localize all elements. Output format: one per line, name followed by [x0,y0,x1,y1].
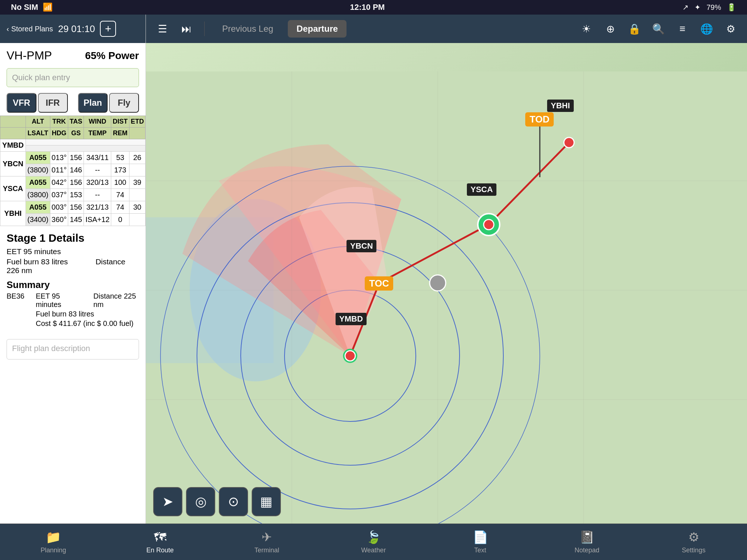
col-lsalt: LSALT [26,128,50,139]
col-tas: TAS [68,116,84,128]
col-temp: TEMP [84,128,111,139]
speed-button[interactable]: ⊙ [219,487,248,516]
waypoint-ymbd[interactable]: YMBD [0,139,26,152]
svg-point-17 [430,275,446,291]
toc-marker: TOC [365,276,393,291]
summary-fuel: Fuel burn 83 litres [7,310,139,318]
help-icon[interactable]: ⊕ [601,20,619,38]
map-toolbar: ☰ ⏭ Previous Leg Departure ☀ ⊕ 🔒 🔍 ≡ 🌐 ⚙ [146,15,747,43]
waypoint-ysca[interactable]: YSCA [0,176,26,201]
nav-time: 29 01:10 [58,23,95,35]
map-area[interactable]: ☰ ⏭ Previous Leg Departure ☀ ⊕ 🔒 🔍 ≡ 🌐 ⚙ [146,15,747,524]
table-row: YBHI A055 003° 156 321/13 74 30 [0,201,146,214]
wifi-icon: 📶 [43,3,53,12]
settings-tab-icon: ⚙ [688,530,699,544]
left-panel: ‹ Stored Plans 29 01:10 + VH-PMP 65% Pow… [0,15,146,524]
back-button[interactable]: ‹ Stored Plans [7,25,53,33]
weather-tab[interactable]: 🍃 Weather [320,524,427,560]
previous-leg-button[interactable]: Previous Leg [213,21,282,37]
aircraft-info: VH-PMP 65% Power [0,43,146,65]
settings-tab[interactable]: ⚙ Settings [640,524,747,560]
enroute-tab-label: En Route [146,547,174,554]
quick-entry-field[interactable]: Quick plan entry [7,68,139,87]
col-wpt2 [0,128,26,139]
terminal-tab-icon: ✈ [262,530,272,544]
summary-be36: BE36 EET 95 minutes Distance 225 nm [7,292,139,309]
col-wpt [0,116,26,128]
fpl-description-field[interactable]: Flight plan description [7,339,139,359]
summary-cost: Cost $ 411.67 (inc $ 0.00 fuel) [7,319,139,328]
col-empty [129,128,145,139]
status-time: 12:10 PM [350,3,385,12]
weather-tab-label: Weather [361,547,386,554]
text-tab[interactable]: 📄 Text [427,524,534,560]
battery-label: 79% [707,3,721,12]
globe-icon[interactable]: 🌐 [697,20,716,38]
map-svg [146,71,747,524]
flight-table: ALT TRK TAS WIND DIST ETD LSALT HDG GS T… [0,116,146,226]
add-button[interactable]: + [100,21,116,37]
terminal-tab[interactable]: ✈ Terminal [213,524,320,560]
ybcn-marker: YBCN [347,240,376,252]
status-bar: No SIM 📶 12:10 PM ↗ ✦ 79% 🔋 [0,0,747,15]
svg-rect-0 [146,71,747,524]
svg-point-19 [345,351,355,361]
table-row: YSCA A055 042° 156 320/13 100 39 [0,176,146,189]
svg-point-4 [241,246,460,465]
settings-tab-label: Settings [682,547,705,554]
fly-button[interactable]: Fly [109,93,139,113]
stored-plans-label[interactable]: Stored Plans [11,25,53,33]
text-tab-label: Text [474,547,486,554]
vfr-button[interactable]: VFR [7,93,36,113]
menu-icon[interactable]: ☰ [153,20,171,38]
waypoint-ybhi[interactable]: YBHI [0,201,26,226]
brightness-icon[interactable]: ☀ [577,20,595,38]
weather-tab-icon: 🍃 [366,530,381,544]
chart-button[interactable]: ▦ [252,487,281,516]
left-nav: ‹ Stored Plans 29 01:10 + [0,15,146,43]
plan-button[interactable]: Plan [78,93,108,113]
ymbd-marker: YMBD [336,313,367,325]
stage-eet: EET 95 minutes [7,247,139,256]
svg-rect-2 [146,217,274,363]
toolbar-separator [204,22,205,36]
col-rem: REM [111,128,129,139]
col-gs: GS [68,128,84,139]
svg-point-1 [190,199,321,381]
terminal-tab-label: Terminal [254,547,279,554]
compass-button[interactable]: ◎ [186,487,215,516]
planning-tab-label: Planning [40,547,66,554]
status-right: ↗ ✦ 79% 🔋 [682,3,736,12]
map-background[interactable]: YMBD YBCN YSCA YBHI TOD TOC ➤ ◎ ⊙ ▦ [146,43,747,524]
tod-marker: TOD [525,112,554,127]
back-chevron: ‹ [7,25,9,33]
battery-icon: 🔋 [727,3,736,12]
search-icon[interactable]: 🔍 [649,20,667,38]
departure-button[interactable]: Departure [288,20,347,38]
notepad-tab[interactable]: 📓 Notepad [534,524,640,560]
ysca-marker: YSCA [467,183,496,196]
col-etd: ETD [129,116,145,128]
navigate-button[interactable]: ➤ [153,487,182,516]
stage-fuel-dist: Fuel burn 83 litres Distance 226 nm [7,257,139,275]
table-row: YMBD [0,139,146,145]
aircraft-registration: VH-PMP [7,49,52,62]
svg-point-16 [478,214,500,236]
track-forward-icon[interactable]: ⏭ [177,20,196,38]
svg-point-6 [160,166,540,524]
enroute-tab[interactable]: 🗺 En Route [107,524,214,560]
enroute-tab-icon: 🗺 [154,530,166,544]
lock-icon[interactable]: 🔒 [625,20,643,38]
bottom-tab-bar: 📁 Planning 🗺 En Route ✈ Terminal 🍃 Weath… [0,524,747,560]
planning-tab[interactable]: 📁 Planning [0,524,107,560]
notepad-tab-label: Notepad [574,547,599,554]
col-alt: ALT [26,116,50,128]
ybhi-marker: YBHI [547,100,574,112]
carrier-label: No SIM [11,3,38,12]
list-icon[interactable]: ≡ [673,20,692,38]
ifr-button[interactable]: IFR [38,93,68,113]
waypoint-ybcn[interactable]: YBCN [0,152,26,176]
settings-icon[interactable]: ⚙ [721,20,740,38]
svg-point-3 [285,290,416,421]
col-dist: DIST [111,116,129,128]
